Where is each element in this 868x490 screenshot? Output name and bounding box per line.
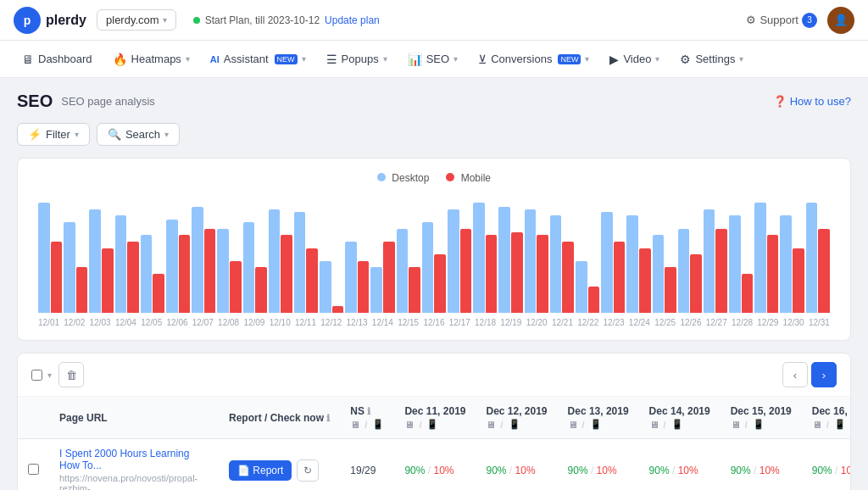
bar-group <box>601 212 625 313</box>
th-dec12: Dec 12, 2019 🖥/📱 <box>476 397 557 439</box>
bar-mobile <box>690 254 702 313</box>
chart-label: 12/19 <box>500 318 521 327</box>
bar-group <box>448 209 471 313</box>
chart-label: 12/13 <box>347 318 368 327</box>
bar-group <box>806 203 830 313</box>
bar-mobile <box>665 267 676 313</box>
page-title-area: SEO SEO page analysis <box>17 92 155 111</box>
th-dec16: Dec 16, 2019 🖥/📱 <box>802 397 850 439</box>
gear-icon: ⚙ <box>746 14 756 26</box>
nav-item-heatmaps[interactable]: 🔥 Heatmaps ▾ <box>104 47 198 71</box>
nav-item-seo[interactable]: 📊 SEO ▾ <box>399 47 466 71</box>
nav-label-settings: Settings <box>695 53 735 65</box>
chart-label: 12/02 <box>64 318 85 327</box>
seo-icon: 📊 <box>408 53 422 66</box>
update-plan-link[interactable]: Update plan <box>325 14 380 26</box>
nav-label-video: Video <box>623 53 651 65</box>
stat-red: 10% <box>597 465 617 476</box>
next-page-button[interactable]: › <box>811 362 837 387</box>
bars-container <box>35 194 833 313</box>
action-cell: 📄 Report↻ <box>229 459 330 482</box>
legend-desktop-dot <box>377 173 386 181</box>
bar-mobile <box>127 242 139 313</box>
stat-cell: 90% / 10% <box>558 439 639 491</box>
nav-item-dashboard[interactable]: 🖥 Dashboard <box>14 47 101 71</box>
bar-group <box>397 229 420 313</box>
bar-group <box>678 229 702 313</box>
legend-mobile-dot <box>446 173 454 181</box>
bar-desktop <box>345 242 357 313</box>
filter-label: Filter <box>46 128 70 141</box>
search-button[interactable]: 🔍 Search ▾ <box>97 123 180 146</box>
report-button[interactable]: 📄 Report <box>229 460 292 481</box>
prev-page-button[interactable]: ‹ <box>782 362 808 387</box>
chart-label: 12/12 <box>320 318 342 327</box>
bar-group <box>269 209 292 313</box>
conversions-icon: ⊻ <box>478 53 487 66</box>
video-icon: ▶ <box>609 53 619 66</box>
avatar[interactable]: 👤 <box>827 7 854 34</box>
site-selector[interactable]: plerdy.com ▾ <box>97 9 176 31</box>
bar-mobile <box>742 274 754 313</box>
chart-label: 12/21 <box>552 318 573 327</box>
bar-desktop <box>473 203 485 313</box>
how-to-link[interactable]: ❓ How to use? <box>773 95 851 108</box>
th-dec12-sub: 🖥/📱 <box>486 419 547 430</box>
topbar: p plerdy plerdy.com ▾ Start Plan, till 2… <box>0 0 868 41</box>
delete-button[interactable]: 🗑 <box>58 362 84 387</box>
th-dec15-sub: 🖥/📱 <box>731 419 792 430</box>
chart-label: 12/20 <box>526 318 548 327</box>
bar-group <box>192 207 215 313</box>
page-subtitle: SEO page analysis <box>61 95 155 108</box>
th-dec13: Dec 13, 2019 🖥/📱 <box>558 397 639 439</box>
row-checkbox[interactable] <box>28 464 39 475</box>
stat-green: 90% <box>404 465 425 476</box>
nav-item-assistant[interactable]: AI Assistant NEW ▾ <box>202 47 314 70</box>
bar-mobile <box>562 242 574 313</box>
chart-label: 12/17 <box>449 318 470 327</box>
bar-group <box>780 215 804 313</box>
support-button[interactable]: ⚙ Support 3 <box>746 13 817 28</box>
bar-desktop <box>498 207 510 313</box>
stat-red: 10% <box>760 465 780 476</box>
table-toolbar: ▾ 🗑 ‹ › <box>18 354 850 397</box>
info-icon: ℹ <box>367 406 370 416</box>
chart-label: 12/10 <box>270 318 291 327</box>
bar-mobile <box>767 235 779 313</box>
bar-mobile <box>332 306 344 313</box>
avatar-image: 👤 <box>834 14 848 26</box>
table-pagination: ‹ › <box>782 362 837 387</box>
chevron-down-icon: ▾ <box>383 54 387 64</box>
bar-desktop <box>422 222 434 313</box>
bar-desktop <box>370 267 382 313</box>
bar-mobile <box>614 242 626 313</box>
nav-item-settings[interactable]: ⚙ Settings ▾ <box>671 47 752 71</box>
bar-mobile <box>460 229 472 313</box>
th-dec15: Dec 15, 2019 🖥/📱 <box>721 397 802 439</box>
chart-label: 12/14 <box>372 318 393 327</box>
filter-toolbar: ⚡ Filter ▾ 🔍 Search ▾ <box>17 123 851 146</box>
stat-red: 10% <box>678 465 698 476</box>
bar-group <box>576 261 599 313</box>
bar-group <box>294 212 318 313</box>
bar-desktop <box>243 222 255 313</box>
bar-desktop <box>64 222 75 313</box>
bar-group <box>89 209 113 313</box>
nav-item-popups[interactable]: ☰ Popups ▾ <box>318 47 396 71</box>
chevron-down-icon: ▾ <box>164 130 169 139</box>
chart-label: 12/05 <box>141 318 162 327</box>
page-url-link[interactable]: I Spent 2000 Hours Learning How To... <box>59 448 189 471</box>
bar-desktop <box>397 229 409 313</box>
assistant-icon: AI <box>210 54 220 64</box>
question-icon: ❓ <box>773 95 787 108</box>
nav-item-video[interactable]: ▶ Video ▾ <box>601 47 668 71</box>
filter-button[interactable]: ⚡ Filter ▾ <box>17 123 90 146</box>
bar-desktop <box>601 212 613 313</box>
main-content: SEO SEO page analysis ❓ How to use? ⚡ Fi… <box>0 78 868 490</box>
stat-green: 90% <box>486 465 506 476</box>
refresh-button[interactable]: ↻ <box>297 459 319 482</box>
bar-group <box>166 220 190 313</box>
bar-mobile <box>383 242 395 313</box>
select-all-checkbox[interactable] <box>31 370 42 381</box>
nav-item-conversions[interactable]: ⊻ Conversions NEW ▾ <box>470 47 598 71</box>
